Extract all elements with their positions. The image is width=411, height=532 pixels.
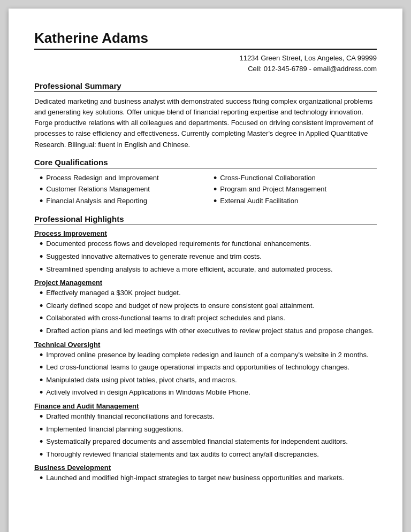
qualifications-divider [34,168,377,168]
list-item: Clearly defined scope and budget of new … [40,300,377,312]
qual-left: Process Redesign and Improvement Custome… [40,173,203,207]
qual-right: Cross-Functional Collaboration Program a… [214,173,377,207]
subsection-technical-oversight: Technical Oversight [34,341,377,349]
list-item: Suggested innovative alternatives to gen… [40,251,377,263]
qual-item: Cross-Functional Collaboration [214,173,377,184]
list-item: Improved online presence by leading comp… [40,350,377,361]
qual-item: Customer Relations Management [40,184,203,196]
list-item: Actively involved in design Applications… [40,387,377,399]
contact-line: Cell: 012-345-6789 - email@address.com [34,64,377,74]
subsection-business-development: Business Development [34,464,377,472]
qual-item: Financial Analysis and Reporting [40,196,203,207]
summary-title: Professional Summary [34,81,377,90]
list-item: Effectively managed a $30K project budge… [40,288,377,299]
list-item: Implemented financial planning suggestio… [40,424,377,436]
qualifications-title: Core Qualifications [34,158,377,167]
list-item: Manipulated data using pivot tables, piv… [40,375,377,387]
resume-page: Katherine Adams 11234 Green Street, Los … [9,9,402,532]
list-item: Led cross-functional teams to gauge oper… [40,362,377,374]
summary-divider [34,91,377,92]
summary-section: Professional Summary Dedicated marketing… [34,81,377,150]
qual-item: Process Redesign and Improvement [40,173,203,184]
process-improvement-list: Documented process flows and developed r… [40,238,377,275]
subsection-process-improvement: Process Improvement [34,229,377,237]
project-management-list: Effectively managed a $30K project budge… [40,288,377,337]
qualifications-section: Core Qualifications Process Redesign and… [34,158,377,207]
highlights-title: Professional Highlights [34,214,377,223]
header-divider [34,49,377,50]
list-item: Collaborated with cross-functional teams… [40,313,377,325]
list-item: Documented process flows and developed r… [40,238,377,250]
list-item: Drafted action plans and led meetings wi… [40,326,377,337]
subsection-project-management: Project Management [34,279,377,287]
qual-item: External Audit Facilitation [214,196,377,207]
technical-oversight-list: Improved online presence by leading comp… [40,350,377,399]
address-line: 11234 Green Street, Los Angeles, CA 9999… [34,53,377,64]
qual-item: Program and Project Management [214,184,377,196]
highlights-divider [34,225,377,225]
subsection-finance-audit: Finance and Audit Management [34,402,377,410]
list-item: Drafted monthly financial reconciliation… [40,411,377,423]
list-item: Launched and modified high-impact strate… [40,473,377,484]
list-item: Systematically prepared documents and as… [40,436,377,448]
list-item: Streamlined spending analysis to achieve… [40,264,377,276]
list-item: Thoroughly reviewed financial statements… [40,449,377,461]
summary-text: Dedicated marketing and business analyst… [34,96,377,150]
contact-info: 11234 Green Street, Los Angeles, CA 9999… [34,53,377,74]
qualifications-grid: Process Redesign and Improvement Custome… [40,173,377,207]
finance-audit-list: Drafted monthly financial reconciliation… [40,411,377,460]
business-development-list: Launched and modified high-impact strate… [40,473,377,484]
candidate-name: Katherine Adams [34,30,377,47]
highlights-section: Professional Highlights Process Improvem… [34,214,377,484]
